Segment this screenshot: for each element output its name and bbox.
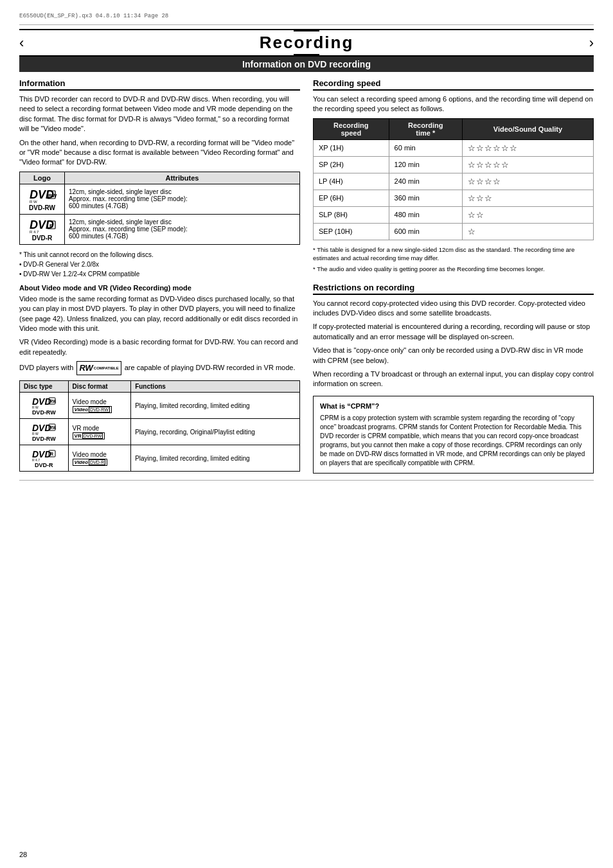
table-row: DVD RW R W DVD-RW Video mode bbox=[20, 393, 300, 419]
svg-text:RW: RW bbox=[49, 399, 56, 403]
vr-badge: VRDVD-RW bbox=[73, 432, 105, 439]
table-row: DVD R R 4.7 DVD-R 12cm, single-sided, si… bbox=[20, 214, 300, 244]
speed-xp: XP (1H) bbox=[314, 139, 389, 156]
quality-slp: ☆☆ bbox=[462, 206, 593, 223]
video-mode-para-3: DVD players with RW COMPATIBLE are capab… bbox=[19, 361, 300, 375]
table-row: XP (1H) 60 min ☆☆☆☆☆☆ bbox=[314, 139, 594, 156]
disc-row2-functions: Playing, recording, Original/Playlist ed… bbox=[131, 419, 300, 445]
disc-row3-label: DVD-R bbox=[35, 462, 53, 468]
restrictions-para-3: Video that is "copy-once only" can only … bbox=[313, 346, 594, 366]
speed-header-time: Recordingtime * bbox=[389, 118, 462, 139]
svg-text:R   4.7: R 4.7 bbox=[30, 230, 39, 234]
svg-text:RW: RW bbox=[49, 425, 56, 430]
info-para-1: This DVD recorder can record to DVD-R an… bbox=[19, 94, 300, 134]
speed-title: Recording speed bbox=[313, 78, 594, 91]
time-sp: 120 min bbox=[389, 156, 462, 173]
disc-row1-label: DVD-RW bbox=[32, 409, 56, 416]
disc-table-header-format: Disc format bbox=[68, 381, 131, 393]
table-row: SP (2H) 120 min ☆☆☆☆☆ bbox=[314, 156, 594, 173]
section-header: Information on DVD recording bbox=[19, 57, 594, 72]
cprm-content: CPRM is a copy protection system with sc… bbox=[320, 414, 587, 468]
speed-ep: EP (6H) bbox=[314, 190, 389, 206]
dvdr-logo-icon: DVD R R 4.7 bbox=[28, 217, 57, 234]
disc-table-header-type: Disc type bbox=[20, 381, 69, 393]
table-row: SLP (8H) 480 min ☆☆ bbox=[314, 206, 594, 223]
logo-table: Logo Attributes DVD RW bbox=[19, 172, 300, 245]
speed-slp: SLP (8H) bbox=[314, 206, 389, 223]
disc-notes: * This unit cannot record on the followi… bbox=[19, 250, 300, 279]
speed-footnote-1: * This table is designed for a new singl… bbox=[313, 245, 594, 263]
disc-row1-format: Video mode VideoDVD-RW bbox=[68, 393, 131, 419]
table-row: LP (4H) 240 min ☆☆☆☆ bbox=[314, 173, 594, 190]
disc-row3-format: Video mode VideoDVD-R bbox=[68, 445, 131, 472]
rw-text: RW bbox=[79, 362, 93, 374]
disc-table-header-functions: Functions bbox=[131, 381, 300, 393]
restrictions-para-1: You cannot record copy-protected video u… bbox=[313, 299, 594, 319]
note-1: * This unit cannot record on the followi… bbox=[19, 250, 300, 260]
disc-row3-logo-icon: DVD R R 4.7 bbox=[31, 448, 56, 462]
header-meta: E6550UD(EN_SP_FR).qx3 04.8.10 11:34 Page… bbox=[19, 13, 594, 19]
disc-row2-logo-icon: DVD RW R W bbox=[31, 421, 56, 436]
disc-row3-functions: Playing, limited recording, limited edit… bbox=[131, 445, 300, 472]
speed-intro: You can select a recording speed among 6… bbox=[313, 94, 594, 114]
time-xp: 60 min bbox=[389, 139, 462, 156]
table-row: DVD RW R W DVD-RW 12cm, single-sided, si… bbox=[20, 184, 300, 214]
quality-xp: ☆☆☆☆☆☆ bbox=[462, 139, 593, 156]
table-row: DVD RW R W DVD-RW VR mode bbox=[20, 419, 300, 445]
video-badge-1: VideoDVD-RW bbox=[73, 406, 112, 413]
time-sep: 600 min bbox=[389, 223, 462, 240]
time-ep: 360 min bbox=[389, 190, 462, 206]
dvdrw-logo-icon: DVD RW R W bbox=[28, 187, 57, 204]
note-3: • DVD-RW Ver 1.2/2-4x CPRM compatible bbox=[19, 269, 300, 279]
deco-arrow-right-icon: › bbox=[589, 36, 594, 50]
dvdr-attributes: 12cm, single-sided, single layer disc Ap… bbox=[65, 214, 300, 244]
dvdr-logo-container: DVD R R 4.7 DVD-R bbox=[24, 217, 60, 242]
video-mode-para-1: Video mode is the same recording format … bbox=[19, 294, 300, 334]
table-row: DVD R R 4.7 DVD-R Video mode bbox=[20, 445, 300, 472]
svg-text:RW: RW bbox=[48, 193, 57, 199]
restrictions-para-4: When recording a TV broadcast or through… bbox=[313, 369, 594, 389]
speed-sp: SP (2H) bbox=[314, 156, 389, 173]
disc-row1-logo-icon: DVD RW R W bbox=[31, 395, 56, 409]
quality-lp: ☆☆☆☆ bbox=[462, 173, 593, 190]
dvdrw-label: DVD-RW bbox=[29, 204, 55, 211]
quality-sep: ☆ bbox=[462, 223, 593, 240]
speed-header-quality: Video/Sound Quality bbox=[462, 118, 593, 139]
quality-sp: ☆☆☆☆☆ bbox=[462, 156, 593, 173]
main-title-box: ‹ Recording › bbox=[19, 29, 594, 57]
left-column: Information This DVD recorder can record… bbox=[19, 78, 300, 474]
disc-type-table: Disc type Disc format Functions DVD bbox=[19, 380, 300, 472]
video-badge-2: VideoDVD-R bbox=[73, 459, 108, 466]
dvdr-label: DVD-R bbox=[32, 235, 53, 242]
restrictions-para-2: If copy-protected material is encountere… bbox=[313, 322, 594, 342]
info-para-2: On the other hand, when recording to DVD… bbox=[19, 138, 300, 168]
svg-text:R: R bbox=[49, 223, 53, 229]
time-slp: 480 min bbox=[389, 206, 462, 223]
video-mode-para-2: VR (Video Recording) mode is a basic rec… bbox=[19, 337, 300, 357]
speed-footnote-2: * The audio and video quality is getting… bbox=[313, 265, 594, 273]
svg-text:R    W: R W bbox=[30, 200, 37, 204]
logo-table-header-attributes: Attributes bbox=[65, 172, 300, 184]
dvdrw-logo-container: DVD RW R W DVD-RW bbox=[24, 187, 60, 211]
time-lp: 240 min bbox=[389, 173, 462, 190]
speed-table: Recordingspeed Recordingtime * Video/Sou… bbox=[313, 118, 594, 240]
speed-lp: LP (4H) bbox=[314, 173, 389, 190]
rw-compatible-badge: RW COMPATIBLE bbox=[76, 361, 121, 375]
speed-header-speed: Recordingspeed bbox=[314, 118, 389, 139]
svg-text:R: R bbox=[50, 452, 53, 456]
restrictions-title: Restrictions on recording bbox=[313, 283, 594, 295]
deco-arrow-left-icon: ‹ bbox=[19, 36, 24, 50]
page-number: 28 bbox=[19, 851, 27, 858]
cprm-box: What is “CPRM”? CPRM is a copy protectio… bbox=[313, 396, 594, 474]
main-title: Recording bbox=[260, 33, 354, 53]
logo-table-header-logo: Logo bbox=[20, 172, 65, 184]
note-2: • DVD-R General Ver 2.0/8x bbox=[19, 260, 300, 269]
table-row: SEP (10H) 600 min ☆ bbox=[314, 223, 594, 240]
disc-row1-functions: Playing, limited recording, limited edit… bbox=[131, 393, 300, 419]
speed-sep: SEP (10H) bbox=[314, 223, 389, 240]
quality-ep: ☆☆☆ bbox=[462, 190, 593, 206]
compatible-text: COMPATIBLE bbox=[94, 366, 119, 370]
cprm-title: What is “CPRM”? bbox=[320, 402, 587, 411]
right-column: Recording speed You can select a recordi… bbox=[313, 78, 594, 474]
video-mode-title: About Video mode and VR (Video Recording… bbox=[19, 284, 300, 292]
